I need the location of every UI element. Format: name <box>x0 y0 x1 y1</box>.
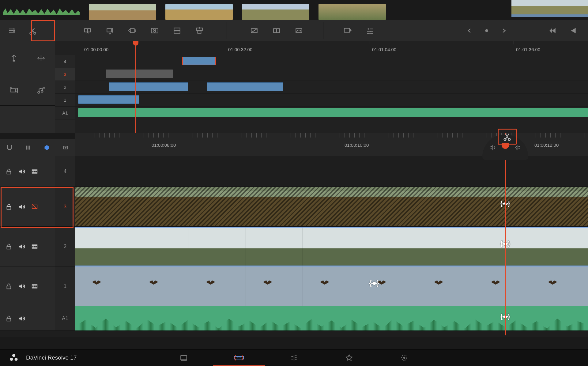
smart-scissors-highlight <box>498 129 517 145</box>
clip-thumb[interactable] <box>165 4 233 20</box>
ruler-timecode: 01:00:12:00 <box>534 142 559 148</box>
track-number[interactable]: A1 <box>55 306 75 331</box>
svg-point-2 <box>34 32 36 34</box>
go-start-icon[interactable] <box>546 25 558 36</box>
jog-next-icon[interactable] <box>498 25 510 36</box>
track-lane[interactable] <box>75 156 588 187</box>
ruler-timecode: 01:00:08:00 <box>152 142 176 148</box>
mute-icon[interactable] <box>18 243 25 250</box>
svg-rect-45 <box>181 360 187 361</box>
color-page-tab[interactable] <box>397 349 412 366</box>
smart-insert-icon[interactable] <box>82 25 93 36</box>
upper-track-number[interactable]: A1 <box>55 107 75 119</box>
track-number[interactable]: 1 <box>55 266 75 306</box>
transition-icon[interactable] <box>293 25 305 36</box>
track-number[interactable]: 4 <box>55 156 75 187</box>
track-header[interactable] <box>0 306 55 331</box>
upper-track-numbers: 4321A1 <box>55 55 75 133</box>
marker-list-icon[interactable] <box>23 142 33 153</box>
svg-point-1 <box>30 32 32 34</box>
svg-text:z: z <box>13 27 14 30</box>
audio-only-icon[interactable] <box>35 85 47 96</box>
source-overwrite-icon[interactable] <box>194 25 205 36</box>
track-lane[interactable]: {◂▸} <box>75 187 588 227</box>
jog-prev-icon[interactable] <box>464 25 475 36</box>
track-lane[interactable]: {◂▸} <box>75 306 588 331</box>
upper-timeline-controls <box>0 41 55 133</box>
upper-ruler[interactable]: 01:00:00:0001:00:32:0001:01:04:0001:01:3… <box>75 41 588 55</box>
closeup-icon[interactable] <box>149 25 160 36</box>
edit-page-tab[interactable] <box>286 349 302 366</box>
app-name: DaVinci Resolve 17 <box>26 354 77 361</box>
clip-thumb[interactable] <box>242 4 309 20</box>
place-on-top-icon[interactable] <box>171 25 183 36</box>
boring-detector-icon[interactable]: z <box>6 25 18 36</box>
upper-tracks[interactable] <box>75 55 588 133</box>
play-reverse-icon[interactable] <box>567 25 579 36</box>
ruler-timecode: 01:00:10:00 <box>345 142 369 148</box>
lower-timeline: 43{◂▸}2{◂▸}1{◂▸}A1{◂▸} <box>0 156 588 337</box>
snap-icon[interactable] <box>5 142 14 153</box>
video-enable-icon[interactable] <box>31 283 39 289</box>
marker-icon[interactable] <box>42 142 51 153</box>
lock-icon[interactable] <box>6 243 12 250</box>
mute-icon[interactable] <box>18 315 25 322</box>
upper-track-number[interactable]: 3 <box>55 68 75 81</box>
clip-thumb[interactable] <box>318 4 386 20</box>
svg-point-38 <box>504 138 506 141</box>
video-enable-icon[interactable] <box>31 204 39 210</box>
svg-rect-21 <box>13 60 15 61</box>
lock-icon[interactable] <box>6 168 12 175</box>
video-enable-icon[interactable] <box>31 168 39 175</box>
smooth-cut-icon[interactable] <box>271 25 282 36</box>
lock-icon[interactable] <box>6 203 12 210</box>
sync-bin-icon[interactable] <box>342 25 353 36</box>
add-marker-icon[interactable] <box>61 142 70 153</box>
lock-icon[interactable] <box>6 283 12 290</box>
ruler-timecode: 01:01:36:00 <box>516 47 540 52</box>
svg-point-42 <box>15 358 18 361</box>
track-header[interactable] <box>0 156 55 187</box>
track-number[interactable]: 2 <box>55 227 75 266</box>
track-number[interactable]: 3 <box>55 187 75 227</box>
viewer-filmstrip[interactable] <box>511 0 588 17</box>
track-header[interactable] <box>0 266 55 306</box>
media-page-tab[interactable] <box>176 349 191 366</box>
clip-thumb[interactable] <box>89 4 156 20</box>
track-lane[interactable]: {◂▸} <box>75 227 588 266</box>
upper-track-number[interactable]: 2 <box>55 81 75 94</box>
svg-rect-27 <box>29 146 30 150</box>
track-header[interactable] <box>0 227 55 266</box>
video-clip[interactable]: {◂▸} <box>75 266 588 306</box>
tools-icon[interactable] <box>364 25 376 36</box>
smart-indicator[interactable] <box>482 126 528 160</box>
track-lane[interactable]: {◂▸} <box>75 266 588 306</box>
append-icon[interactable] <box>104 25 116 36</box>
jog-dot-icon[interactable] <box>481 25 492 36</box>
mute-icon[interactable] <box>18 203 25 210</box>
ripple-overwrite-icon[interactable] <box>126 25 138 36</box>
dissolve-icon[interactable] <box>248 25 260 36</box>
cut-page-tab[interactable] <box>231 349 247 366</box>
upper-track-number[interactable]: 1 <box>55 94 75 107</box>
audio-clip[interactable]: {◂▸} <box>75 306 588 330</box>
svg-point-40 <box>12 354 15 357</box>
video-enable-icon[interactable] <box>31 243 39 250</box>
track-header[interactable] <box>0 187 55 227</box>
audio-waveform-thumb[interactable] <box>3 8 80 15</box>
mute-icon[interactable] <box>18 168 25 175</box>
split-clip-button[interactable] <box>27 25 39 36</box>
upper-track-number[interactable]: 4 <box>55 55 75 68</box>
video-clip[interactable]: {◂▸} <box>75 187 588 226</box>
lower-toolbar <box>0 139 75 156</box>
lock-icon[interactable] <box>6 315 12 322</box>
lock-playhead-icon[interactable] <box>8 52 20 64</box>
svg-point-39 <box>508 138 511 141</box>
trim-in-icon[interactable] <box>487 142 499 153</box>
free-playhead-icon[interactable] <box>35 52 47 64</box>
fusion-page-tab[interactable] <box>341 349 357 366</box>
video-only-icon[interactable] <box>8 85 20 96</box>
mute-icon[interactable] <box>18 283 25 290</box>
video-clip[interactable]: {◂▸} <box>75 228 588 266</box>
svg-rect-30 <box>32 170 37 173</box>
